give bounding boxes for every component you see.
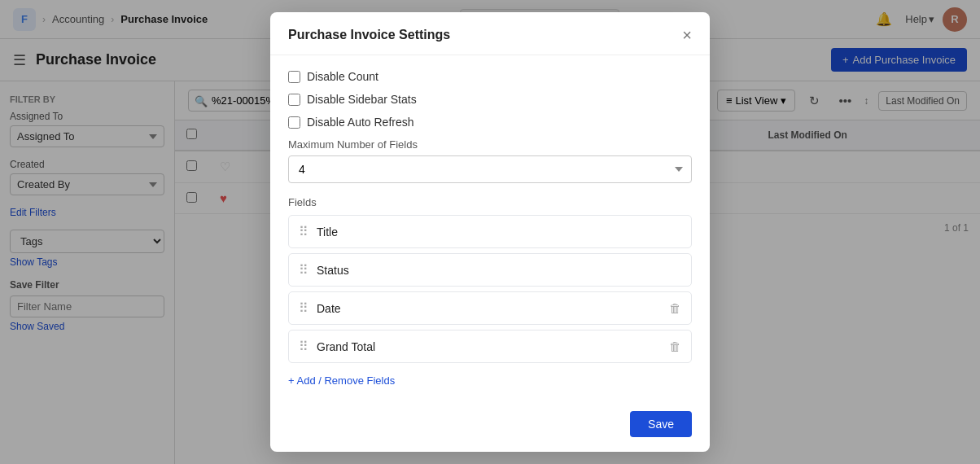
field-row-date: ⠿ Date 🗑 xyxy=(288,291,692,325)
modal-overlay[interactable]: Purchase Invoice Settings × Disable Coun… xyxy=(0,0,980,464)
modal-body: Disable Count Disable Sidebar Stats Disa… xyxy=(270,55,710,401)
disable-sidebar-stats-checkbox[interactable] xyxy=(288,94,300,106)
settings-modal: Purchase Invoice Settings × Disable Coun… xyxy=(270,12,710,452)
disable-count-label: Disable Count xyxy=(307,70,378,83)
fields-label: Fields xyxy=(288,196,692,208)
date-drag-icon[interactable]: ⠿ xyxy=(299,300,308,316)
max-number-label: Maximum Number of Fields xyxy=(288,138,692,151)
delete-date-button[interactable]: 🗑 xyxy=(669,301,681,315)
modal-footer: Save xyxy=(270,401,710,452)
add-remove-fields-link[interactable]: + Add / Remove Fields xyxy=(288,374,395,387)
field-name-grand-total: Grand Total xyxy=(317,340,661,353)
grand-total-drag-icon[interactable]: ⠿ xyxy=(299,339,308,354)
modal-close-button[interactable]: × xyxy=(682,27,692,43)
disable-sidebar-stats-row: Disable Sidebar Stats xyxy=(288,93,692,106)
save-button[interactable]: Save xyxy=(630,411,692,437)
disable-sidebar-stats-label: Disable Sidebar Stats xyxy=(307,93,417,106)
disable-count-checkbox[interactable] xyxy=(288,71,300,83)
modal-title: Purchase Invoice Settings xyxy=(288,28,450,42)
title-drag-icon[interactable]: ⠿ xyxy=(299,224,308,239)
status-drag-icon[interactable]: ⠿ xyxy=(299,262,308,278)
delete-grand-total-button[interactable]: 🗑 xyxy=(669,339,681,353)
disable-auto-refresh-label: Disable Auto Refresh xyxy=(307,116,414,129)
disable-auto-refresh-checkbox[interactable] xyxy=(288,116,300,129)
max-number-select[interactable]: 1 2 3 4 5 6 7 8 xyxy=(288,155,692,183)
disable-count-row: Disable Count xyxy=(288,70,692,83)
disable-auto-refresh-row: Disable Auto Refresh xyxy=(288,116,692,129)
modal-header: Purchase Invoice Settings × xyxy=(270,12,710,55)
field-name-date: Date xyxy=(317,302,661,315)
field-row-title: ⠿ Title xyxy=(288,215,692,248)
field-row-grand-total: ⠿ Grand Total 🗑 xyxy=(288,330,692,363)
field-row-status: ⠿ Status xyxy=(288,253,692,287)
field-name-title: Title xyxy=(317,225,681,239)
field-name-status: Status xyxy=(317,264,681,277)
max-number-select-wrap: 1 2 3 4 5 6 7 8 xyxy=(288,155,692,183)
